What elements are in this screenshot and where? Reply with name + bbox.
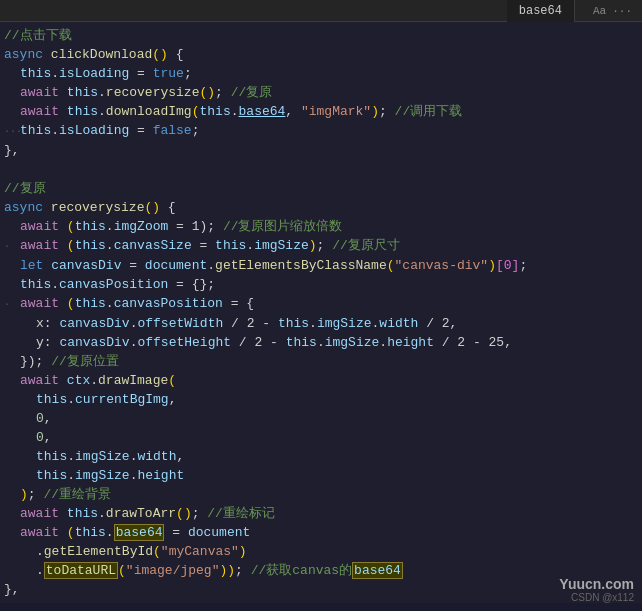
line-content: //复原 [0, 179, 642, 198]
line-content: 0, [0, 409, 642, 428]
line-content: .toDataURL("image/jpeg")); //获取canvas的ba… [0, 561, 642, 580]
code-line: this.currentBgImg, [0, 390, 642, 409]
code-line [0, 160, 642, 179]
line-content: this.imgSize.height [0, 466, 642, 485]
tab-bar: base64 Aa ··· [0, 0, 642, 22]
line-content: //点击下载 [0, 26, 642, 45]
line-content: ·await (this.canvasPosition = { [0, 294, 642, 314]
code-area: //点击下载async clickDownload() {this.isLoad… [0, 22, 642, 603]
line-content: await this.recoverysize(); //复原 [0, 83, 642, 102]
code-line: ·await (this.canvasSize = this.imgSize);… [0, 236, 642, 256]
code-line: await this.downloadImg(this.base64, "img… [0, 102, 642, 121]
line-content: await ctx.drawImage( [0, 371, 642, 390]
line-content: .getElementById("myCanvas") [0, 542, 642, 561]
code-line: this.isLoading = true; [0, 64, 642, 83]
watermark-main: Yuucn.com [559, 576, 634, 592]
line-content: this.canvasPosition = {}; [0, 275, 642, 294]
code-line: async clickDownload() { [0, 45, 642, 64]
code-line: x: canvasDiv.offsetWidth / 2 - this.imgS… [0, 314, 642, 333]
line-content: this.currentBgImg, [0, 390, 642, 409]
code-line: await this.recoverysize(); //复原 [0, 83, 642, 102]
line-content: ···this.isLoading = false; [0, 121, 642, 141]
tab-label: base64 [519, 4, 562, 18]
line-content: 0, [0, 428, 642, 447]
line-content: }, [0, 580, 642, 599]
code-line: async recoverysize() { [0, 198, 642, 217]
code-line: ); //重绘背景 [0, 485, 642, 504]
line-content: ·await (this.canvasSize = this.imgSize);… [0, 236, 642, 256]
code-line: let canvasDiv = document.getElementsByCl… [0, 256, 642, 275]
line-content: }); //复原位置 [0, 352, 642, 371]
line-content: this.imgSize.width, [0, 447, 642, 466]
code-line: //点击下载 [0, 26, 642, 45]
line-content: x: canvasDiv.offsetWidth / 2 - this.imgS… [0, 314, 642, 333]
code-line: .getElementById("myCanvas") [0, 542, 642, 561]
line-content: await this.downloadImg(this.base64, "img… [0, 102, 642, 121]
watermark: Yuucn.com CSDN @x112 [559, 576, 634, 603]
line-content: }, [0, 141, 642, 160]
code-line: .toDataURL("image/jpeg")); //获取canvas的ba… [0, 561, 642, 580]
line-content: let canvasDiv = document.getElementsByCl… [0, 256, 642, 275]
code-line: 0, [0, 409, 642, 428]
line-content: await this.drawToArr(); //重绘标记 [0, 504, 642, 523]
code-line: this.imgSize.width, [0, 447, 642, 466]
tab-base64[interactable]: base64 [507, 0, 575, 22]
code-line: //复原 [0, 179, 642, 198]
line-content: y: canvasDiv.offsetHeight / 2 - this.img… [0, 333, 642, 352]
tab-options: Aa ··· [575, 5, 642, 17]
code-line: }, [0, 141, 642, 160]
watermark-sub: CSDN @x112 [559, 592, 634, 603]
code-line: await ctx.drawImage( [0, 371, 642, 390]
line-content: await (this.imgZoom = 1); //复原图片缩放倍数 [0, 217, 642, 236]
code-line: ·await (this.canvasPosition = { [0, 294, 642, 314]
code-line: }, [0, 580, 642, 599]
code-line: 0, [0, 428, 642, 447]
code-line: this.canvasPosition = {}; [0, 275, 642, 294]
line-content: async clickDownload() { [0, 45, 642, 64]
aa-label: Aa [593, 5, 606, 17]
code-line: }); //复原位置 [0, 352, 642, 371]
editor-container: base64 Aa ··· //点击下载async clickDownload(… [0, 0, 642, 611]
line-content: this.isLoading = true; [0, 64, 642, 83]
line-content: async recoverysize() { [0, 198, 642, 217]
code-line: await (this.base64 = document [0, 523, 642, 542]
code-line: this.imgSize.height [0, 466, 642, 485]
line-content: await (this.base64 = document [0, 523, 642, 542]
code-line: y: canvasDiv.offsetHeight / 2 - this.img… [0, 333, 642, 352]
line-content: ); //重绘背景 [0, 485, 642, 504]
code-line: await (this.imgZoom = 1); //复原图片缩放倍数 [0, 217, 642, 236]
code-line: ···this.isLoading = false; [0, 121, 642, 141]
icon-more[interactable]: ··· [612, 5, 632, 17]
code-line: await this.drawToArr(); //重绘标记 [0, 504, 642, 523]
